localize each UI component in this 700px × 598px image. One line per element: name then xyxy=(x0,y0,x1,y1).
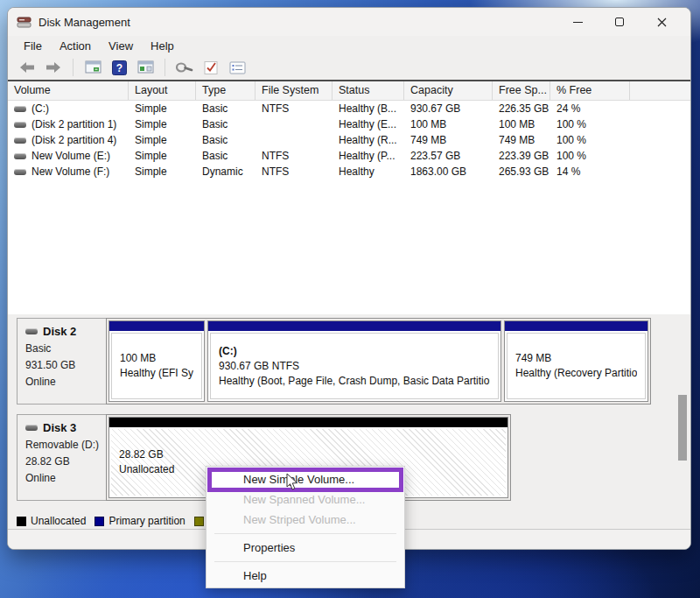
cell-status: Healthy (E... xyxy=(332,118,404,130)
column-header-blank[interactable] xyxy=(630,81,690,100)
volume-name: New Volume (F:) xyxy=(32,165,109,178)
menu-bar: FileActionViewHelp xyxy=(8,36,690,55)
volume-name: New Volume (E:) xyxy=(32,150,110,162)
table-row[interactable]: (C:)SimpleBasicNTFSHealthy (B...930.67 G… xyxy=(8,101,690,116)
partition-color-bar xyxy=(505,321,648,331)
cell-layout: Simple xyxy=(129,118,196,130)
volume-icon xyxy=(14,106,26,112)
partition-line2: Healthy (Boot, Page File, Crash Dump, Ba… xyxy=(219,374,490,389)
partition-color-bar xyxy=(109,418,508,427)
cell-capacity: 1863.00 GB xyxy=(404,165,493,178)
context-menu: New Simple Volume...New Spanned Volume..… xyxy=(206,466,405,588)
cell-layout: Simple xyxy=(129,102,196,115)
cell-status: Healthy (R... xyxy=(332,134,404,146)
table-row[interactable]: New Volume (F:)SimpleDynamicNTFSHealthy1… xyxy=(8,164,690,179)
column-header-File System[interactable]: File System xyxy=(256,81,332,100)
cell-pct_free: 24 % xyxy=(550,102,630,115)
menu-file[interactable]: File xyxy=(15,38,51,54)
partition-line1: 28.82 GB xyxy=(119,447,498,462)
volume-icon xyxy=(14,169,26,175)
disk-kind: Removable (D:) xyxy=(25,437,108,454)
disk-size: 28.82 GB xyxy=(25,454,108,470)
disk-name-line: Disk 3 xyxy=(25,421,108,434)
minimize-button[interactable] xyxy=(570,14,585,30)
menu-item-new-simple-volume[interactable]: New Simple Volume... xyxy=(206,469,404,489)
partition-body: 749 MBHealthy (Recovery Partition) xyxy=(507,333,646,399)
column-header-Layout[interactable]: Layout xyxy=(129,81,196,100)
forward-button[interactable] xyxy=(43,57,64,78)
menu-item-properties[interactable]: Properties xyxy=(206,538,404,558)
table-row[interactable]: (Disk 2 partition 1)SimpleBasicHealthy (… xyxy=(8,116,690,132)
back-arrow-icon xyxy=(18,61,36,74)
cell-volume: (Disk 2 partition 4) xyxy=(8,134,129,146)
disk-kind: Basic xyxy=(25,341,108,357)
title-bar: Disk Management xyxy=(8,8,690,36)
minimize-icon xyxy=(573,22,583,23)
cell-capacity: 930.67 GB xyxy=(404,102,493,115)
table-row[interactable]: (Disk 2 partition 4)SimpleBasicHealthy (… xyxy=(8,132,690,148)
checklist-icon xyxy=(204,60,219,75)
column-header-Status[interactable]: Status xyxy=(332,81,404,100)
table-row[interactable]: New Volume (E:)SimpleBasicNTFSHealthy (P… xyxy=(8,148,690,164)
maximize-button[interactable] xyxy=(612,14,627,30)
cell-status: Healthy (P... xyxy=(332,150,404,162)
vertical-scrollbar[interactable] xyxy=(678,395,687,461)
volume-name: (C:) xyxy=(32,102,49,115)
disk-status: Online xyxy=(25,470,108,487)
partition-body: (C:)930.67 GB NTFSHealthy (Boot, Page Fi… xyxy=(210,333,499,399)
volume-icon xyxy=(14,153,26,159)
properties-button[interactable] xyxy=(227,57,248,78)
partition-line1: 930.67 GB NTFS xyxy=(219,359,490,374)
cell-type: Dynamic xyxy=(196,165,256,178)
partition-line1: 100 MB xyxy=(120,351,193,366)
partition[interactable]: (C:)930.67 GB NTFSHealthy (Boot, Page Fi… xyxy=(207,320,501,402)
cell-status: Healthy (B... xyxy=(332,102,404,115)
toolbar: ? xyxy=(8,55,690,80)
cell-layout: Simple xyxy=(129,165,196,178)
cell-free_space: 749 MB xyxy=(493,134,550,146)
menu-item-help[interactable]: Help xyxy=(206,566,404,586)
column-header-% Free[interactable]: % Free xyxy=(550,81,630,100)
cell-capacity: 749 MB xyxy=(404,134,493,146)
console-tree-button[interactable] xyxy=(135,57,156,78)
checklist-button[interactable] xyxy=(200,57,221,78)
menu-help[interactable]: Help xyxy=(142,38,183,54)
partition[interactable]: 749 MBHealthy (Recovery Partition) xyxy=(504,320,648,402)
back-button[interactable] xyxy=(17,57,38,78)
disk-label[interactable]: Disk 3Removable (D:)28.82 GBOnline xyxy=(17,414,109,501)
disk-details: Removable (D:)28.82 GBOnline xyxy=(25,437,108,487)
cell-pct_free: 14 % xyxy=(550,165,630,178)
column-header-Capacity[interactable]: Capacity xyxy=(404,81,493,100)
console-window-button[interactable] xyxy=(82,57,103,78)
disk-icon xyxy=(25,328,38,334)
cell-pct_free: 100 % xyxy=(550,150,630,162)
cell-layout: Simple xyxy=(129,134,196,146)
column-header-Type[interactable]: Type xyxy=(196,81,256,100)
cell-type: Basic xyxy=(196,134,256,146)
column-header-Volume[interactable]: Volume xyxy=(8,81,129,100)
partition[interactable]: 100 MBHealthy (EFI System Partition) xyxy=(108,320,205,402)
cell-file_system: NTFS xyxy=(256,165,332,178)
close-button[interactable] xyxy=(654,14,669,30)
volume-name: (Disk 2 partition 4) xyxy=(32,134,116,146)
menu-action[interactable]: Action xyxy=(51,38,100,54)
legend-label: Primary partition xyxy=(108,515,185,527)
help-button[interactable]: ? xyxy=(108,57,130,78)
disk-label[interactable]: Disk 2Basic931.50 GBOnline xyxy=(17,318,109,405)
menu-view[interactable]: View xyxy=(100,38,142,54)
disk-status: Online xyxy=(25,374,108,390)
toolbar-separator xyxy=(164,59,165,76)
column-header-Free Sp...[interactable]: Free Sp... xyxy=(493,81,550,100)
partition-line2: Healthy (Recovery Partition) xyxy=(515,366,637,381)
legend-swatch xyxy=(17,517,26,526)
disk-name: Disk 2 xyxy=(43,325,76,338)
cell-volume: (Disk 2 partition 1) xyxy=(8,118,129,130)
legend-label: Unallocated xyxy=(31,515,86,527)
disk-tool-button[interactable] xyxy=(174,57,195,78)
cell-file_system: NTFS xyxy=(256,150,332,162)
disk-tool-icon xyxy=(176,62,193,73)
cell-free_space: 265.93 GB xyxy=(493,165,550,178)
menu-item-new-spanned-volume: New Spanned Volume... xyxy=(206,489,404,510)
volume-table-body: (C:)SimpleBasicNTFSHealthy (B...930.67 G… xyxy=(8,101,690,179)
cell-type: Basic xyxy=(196,150,256,162)
